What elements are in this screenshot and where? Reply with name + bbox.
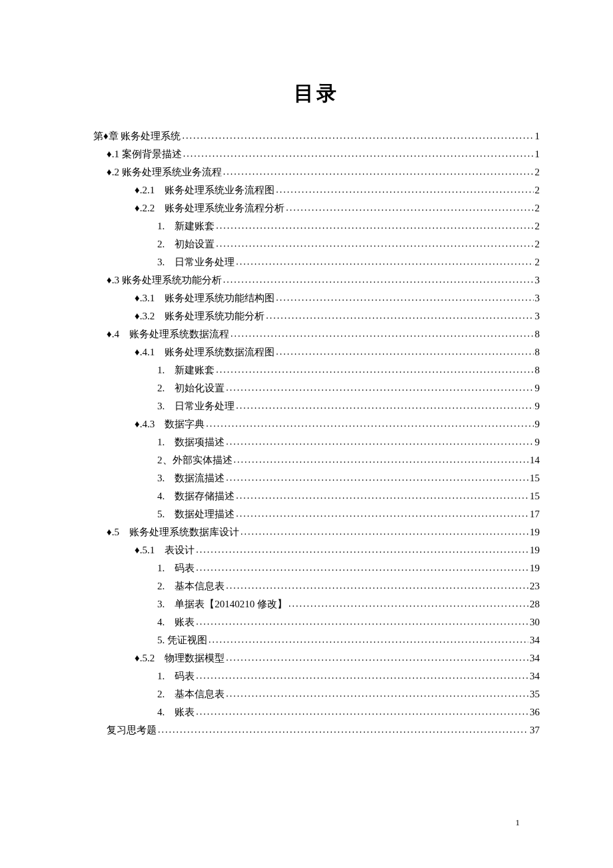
toc-entry-page: 3 [535, 271, 540, 289]
toc-entry-label: 3. 日常业务处理 [157, 397, 235, 415]
toc-entry: 3. 日常业务处理9 [93, 397, 540, 415]
toc-entry: 1. 新建账套2 [93, 217, 540, 235]
toc-entry-page: 15 [530, 469, 540, 487]
toc-entry-page: 8 [535, 343, 540, 361]
toc-leader-dots [216, 217, 533, 235]
toc-entry-label: 1. 码表 [157, 559, 195, 577]
toc-leader-dots [231, 325, 534, 343]
toc-entry-page: 17 [530, 505, 540, 523]
toc-leader-dots [276, 289, 533, 307]
toc-leader-dots [183, 145, 534, 163]
toc-leader-dots [276, 343, 533, 361]
toc-entry-label: 1. 新建账套 [157, 361, 215, 379]
toc-entry: 1. 码表34 [93, 667, 540, 685]
toc-entry-page: 3 [535, 289, 540, 307]
toc-entry: 2. 初始设置2 [93, 235, 540, 253]
toc-leader-dots [158, 721, 528, 739]
toc-entry-label: ♦.3.1 账务处理系统功能结构图 [135, 289, 275, 307]
toc-leader-dots [276, 181, 533, 199]
toc-leader-dots [196, 559, 528, 577]
toc-entry-page: 28 [530, 595, 540, 613]
toc-leader-dots [236, 253, 533, 271]
toc-entry-label: ♦.2.2 账务处理系统业务流程分析 [135, 199, 285, 217]
toc-title: 目录 [93, 80, 540, 107]
toc-leader-dots [286, 199, 533, 217]
toc-leader-dots [196, 703, 528, 721]
toc-entry: ♦.1 案例背景描述1 [93, 145, 540, 163]
toc-leader-dots [236, 487, 528, 505]
toc-entry-label: 1. 数据项描述 [157, 433, 225, 451]
toc-leader-dots [216, 235, 533, 253]
toc-entry-page: 37 [530, 721, 540, 739]
toc-entry-page: 23 [530, 577, 540, 595]
toc-leader-dots [223, 271, 534, 289]
toc-entry-label: 1. 新建账套 [157, 217, 215, 235]
toc-entry: ♦.4.3 数据字典9 [93, 415, 540, 433]
toc-leader-dots [234, 451, 529, 469]
page-number: 1 [516, 817, 520, 828]
toc-entry: 5. 数据处理描述17 [93, 505, 540, 523]
toc-leader-dots [226, 433, 533, 451]
toc-entry-page: 1 [535, 127, 540, 145]
toc-entry-label: 3. 单据表【20140210 修改】 [157, 595, 287, 613]
toc-entry: 2、外部实体描述14 [93, 451, 540, 469]
toc-entry-page: 14 [530, 451, 540, 469]
toc-entry-label: ♦.3 账务处理系统功能分析 [107, 271, 222, 289]
toc-leader-dots [196, 613, 528, 631]
toc-entry-label: 3. 日常业务处理 [157, 253, 235, 271]
toc-entry: ♦.3 账务处理系统功能分析3 [93, 271, 540, 289]
toc-entry-page: 19 [530, 541, 540, 559]
toc-entry: ♦.2.1 账务处理系统业务流程图2 [93, 181, 540, 199]
toc-leader-dots [206, 415, 533, 433]
toc-entry-page: 34 [530, 667, 540, 685]
toc-entry-page: 2 [535, 217, 540, 235]
toc-entry-label: 4. 账表 [157, 703, 195, 721]
toc-entry-page: 35 [530, 685, 540, 703]
toc-entry-page: 2 [535, 163, 540, 181]
toc-leader-dots [216, 361, 533, 379]
toc-entry-label: ♦.2.1 账务处理系统业务流程图 [135, 181, 275, 199]
toc-entry-page: 2 [535, 181, 540, 199]
toc-entry-label: 2. 初始化设置 [157, 379, 225, 397]
toc-entry: 1. 码表19 [93, 559, 540, 577]
toc-entry-page: 8 [535, 361, 540, 379]
toc-entry-label: ♦.4.3 数据字典 [135, 415, 205, 433]
toc-entry-label: ♦.4.1 账务处理系统数据流程图 [135, 343, 275, 361]
toc-leader-dots [226, 685, 528, 703]
toc-leader-dots [226, 577, 528, 595]
toc-entry-label: 5. 凭证视图 [157, 631, 207, 649]
toc-leader-dots [209, 631, 528, 649]
toc-entry: ♦.4.1 账务处理系统数据流程图8 [93, 343, 540, 361]
toc-entry-label: 1. 码表 [157, 667, 195, 685]
toc-entry: ♦.5.1 表设计19 [93, 541, 540, 559]
toc-entry: 复习思考题37 [93, 721, 540, 739]
toc-entry-page: 9 [535, 433, 540, 451]
toc-leader-dots [182, 127, 533, 145]
toc-leader-dots [241, 523, 528, 541]
toc-entry: ♦.5 账务处理系统数据库设计19 [93, 523, 540, 541]
toc-entry: 2. 基本信息表35 [93, 685, 540, 703]
toc-entry-label: ♦.4 账务处理系统数据流程 [107, 325, 229, 343]
toc-entry: ♦.5.2 物理数据模型34 [93, 649, 540, 667]
toc-entry: 4. 账表30 [93, 613, 540, 631]
toc-entry-label: ♦.1 案例背景描述 [107, 145, 182, 163]
toc-entry-label: 3. 数据流描述 [157, 469, 225, 487]
toc-entry: ♦.2.2 账务处理系统业务流程分析2 [93, 199, 540, 217]
toc-entry-page: 30 [530, 613, 540, 631]
toc-entry-page: 2 [535, 253, 540, 271]
toc-entry-page: 1 [535, 145, 540, 163]
toc-leader-dots [196, 667, 528, 685]
toc-leader-dots [266, 307, 533, 325]
table-of-contents: 第♦章 账务处理系统1♦.1 案例背景描述1♦.2 账务处理系统业务流程2♦.2… [93, 127, 540, 739]
toc-entry-page: 9 [535, 379, 540, 397]
toc-entry: 5. 凭证视图34 [93, 631, 540, 649]
toc-leader-dots [289, 595, 528, 613]
toc-entry-page: 3 [535, 307, 540, 325]
toc-leader-dots [226, 649, 528, 667]
toc-entry: ♦.4 账务处理系统数据流程8 [93, 325, 540, 343]
toc-entry-label: 2. 初始设置 [157, 235, 215, 253]
toc-entry-label: 2. 基本信息表 [157, 685, 225, 703]
toc-leader-dots [226, 379, 533, 397]
toc-entry-page: 2 [535, 199, 540, 217]
toc-entry-label: 第♦章 账务处理系统 [93, 127, 181, 145]
